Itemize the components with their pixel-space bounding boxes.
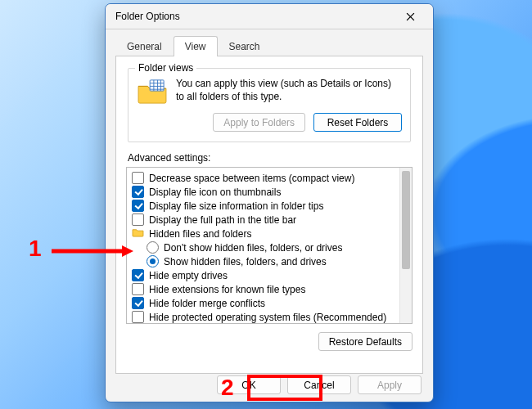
folder-views-icon — [137, 79, 168, 105]
setting-label: Don't show hidden files, folders, or dri… — [164, 242, 342, 254]
restore-defaults-button[interactable]: Restore Defaults — [318, 332, 413, 351]
checkbox-icon[interactable] — [132, 186, 144, 198]
setting-item[interactable]: Hide extensions for known file types — [132, 282, 399, 296]
setting-label: Display file icon on thumbnails — [149, 187, 281, 198]
scrollbar-thumb[interactable] — [402, 171, 410, 269]
close-icon — [406, 12, 415, 21]
setting-label: Hide folder merge conflicts — [149, 298, 265, 309]
checkbox-icon[interactable] — [132, 172, 144, 184]
setting-item[interactable]: Decrease space between items (compact vi… — [132, 171, 399, 185]
titlebar: Folder Options — [106, 4, 433, 29]
setting-label: Decrease space between items (compact vi… — [149, 173, 354, 184]
close-button[interactable] — [392, 4, 428, 29]
radio-icon[interactable] — [147, 241, 159, 254]
reset-folders-button[interactable]: Reset Folders — [313, 113, 402, 132]
setting-label: Show hidden files, folders, and drives — [164, 256, 327, 267]
checkbox-icon[interactable] — [132, 297, 144, 309]
folder-views-text: You can apply this view (such as Details… — [176, 77, 402, 103]
setting-item[interactable]: Hide empty drives — [132, 268, 399, 282]
checkbox-icon[interactable] — [132, 311, 144, 323]
checkbox-icon[interactable] — [132, 269, 144, 281]
setting-label: Hidden files and folders — [149, 228, 251, 240]
apply-button[interactable]: Apply — [358, 375, 422, 394]
checkbox-icon[interactable] — [132, 213, 144, 226]
setting-label: Display the full path in the title bar — [149, 214, 296, 226]
folder-views-group: Folder views You can apply this view (su… — [128, 68, 411, 142]
cancel-button[interactable]: Cancel — [287, 375, 351, 394]
setting-label: Hide empty drives — [149, 270, 228, 281]
checkbox-icon[interactable] — [132, 283, 144, 295]
setting-item[interactable]: Hide protected operating system files (R… — [132, 310, 399, 323]
setting-label: Hide extensions for known file types — [149, 284, 305, 295]
folder-views-heading: Folder views — [135, 62, 196, 74]
dialog-buttons: OK Cancel Apply — [217, 375, 422, 394]
tabpage-view: Folder views You can apply this view (su… — [115, 56, 423, 374]
tab-search[interactable]: Search — [218, 36, 272, 56]
setting-label: Display file size information in folder … — [149, 200, 323, 212]
apply-to-folders-button[interactable]: Apply to Folders — [213, 113, 305, 132]
setting-label: Hide protected operating system files (R… — [149, 312, 386, 323]
folder-options-dialog: Folder Options General View Search Folde… — [105, 3, 434, 402]
tabs: General View Search — [115, 36, 423, 56]
ok-button[interactable]: OK — [217, 375, 281, 394]
advanced-settings-label: Advanced settings: — [128, 152, 411, 164]
tab-view[interactable]: View — [174, 36, 218, 56]
setting-item[interactable]: Display the full path in the title bar — [132, 213, 399, 227]
radio-icon[interactable] — [147, 255, 159, 267]
setting-item[interactable]: Hidden files and folders — [132, 227, 399, 240]
folder-icon — [132, 227, 144, 240]
advanced-settings-list[interactable]: Decrease space between items (compact vi… — [126, 167, 413, 324]
checkbox-icon[interactable] — [132, 200, 144, 212]
setting-item[interactable]: Display file icon on thumbnails — [132, 185, 399, 199]
setting-item[interactable]: Don't show hidden files, folders, or dri… — [132, 240, 399, 254]
vertical-scrollbar[interactable] — [399, 168, 412, 323]
tab-general[interactable]: General — [115, 36, 174, 56]
window-title: Folder Options — [115, 11, 392, 22]
setting-item[interactable]: Display file size information in folder … — [132, 199, 399, 213]
setting-item[interactable]: Hide folder merge conflicts — [132, 296, 399, 310]
setting-item[interactable]: Show hidden files, folders, and drives — [132, 254, 399, 268]
